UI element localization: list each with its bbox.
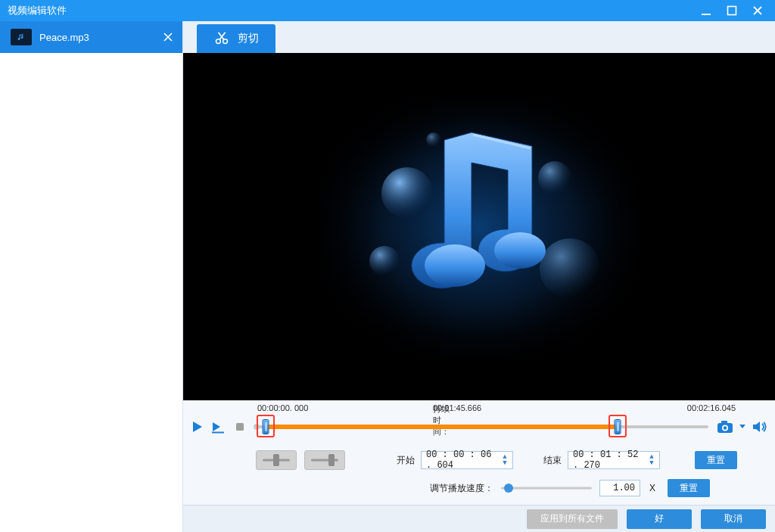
svg-rect-0 bbox=[702, 14, 711, 15]
file-close-button[interactable] bbox=[161, 30, 175, 44]
timeline-row bbox=[183, 414, 775, 440]
speed-slider-track bbox=[501, 487, 592, 490]
svg-point-9 bbox=[426, 132, 441, 148]
zoom-buttons bbox=[256, 450, 345, 470]
speed-slider-knob[interactable] bbox=[504, 484, 513, 493]
music-note-art-icon bbox=[183, 53, 775, 400]
svg-point-7 bbox=[538, 161, 571, 194]
svg-point-3 bbox=[223, 39, 228, 43]
speed-label: 调节播放速度： bbox=[430, 482, 493, 495]
time-labels: 00:00:00. 000 持续时间：00:01:45.666 00:02:16… bbox=[183, 400, 775, 414]
svg-rect-14 bbox=[717, 423, 733, 433]
zoom-in-button[interactable] bbox=[256, 450, 297, 470]
svg-point-6 bbox=[369, 246, 400, 276]
end-time-value: 00 : 01 : 52 . 270 bbox=[573, 450, 644, 471]
trim-start-handle[interactable] bbox=[263, 419, 269, 434]
volume-button[interactable] bbox=[751, 418, 769, 435]
start-label: 开始 bbox=[397, 454, 415, 467]
speed-row: 调节播放速度： 1.00 X 重置 bbox=[183, 473, 775, 500]
start-time-input[interactable]: 00 : 00 : 06 . 604 ▲ ▼ bbox=[421, 451, 513, 469]
svg-rect-4 bbox=[320, 95, 638, 359]
speed-value-input[interactable]: 1.00 bbox=[599, 480, 640, 496]
window-close-button[interactable] bbox=[745, 0, 770, 21]
speed-reset-button[interactable]: 重置 bbox=[668, 479, 710, 497]
svg-rect-12 bbox=[212, 432, 224, 434]
trim-fields: 开始 00 : 00 : 06 . 604 ▲ ▼ 结束 bbox=[397, 451, 737, 469]
sidebar: Peace.mp3 bbox=[0, 21, 183, 532]
trim-fields-row: 开始 00 : 00 : 06 . 604 ▲ ▼ 结束 bbox=[183, 440, 775, 473]
spin-down-icon[interactable]: ▼ bbox=[500, 460, 509, 466]
file-thumbnail-icon bbox=[11, 29, 32, 45]
spin-down-icon[interactable]: ▼ bbox=[647, 460, 656, 466]
speed-slider[interactable] bbox=[501, 481, 592, 495]
svg-rect-1 bbox=[728, 7, 736, 15]
start-time-spinner[interactable]: ▲ ▼ bbox=[500, 454, 509, 466]
preview-area[interactable] bbox=[183, 53, 775, 400]
file-tab[interactable]: Peace.mp3 bbox=[0, 21, 182, 53]
toolbar: 剪切 bbox=[183, 21, 775, 53]
svg-rect-13 bbox=[236, 423, 244, 431]
window-minimize-button[interactable] bbox=[693, 0, 719, 21]
apply-all-button[interactable]: 应用到所有文件 bbox=[527, 509, 618, 529]
preview-wrap: 00:00:00. 000 持续时间：00:01:45.666 00:02:16… bbox=[183, 53, 775, 505]
speed-unit: X bbox=[649, 483, 655, 493]
file-name: Peace.mp3 bbox=[39, 32, 161, 43]
svg-point-2 bbox=[216, 39, 220, 43]
zoom-out-button[interactable] bbox=[304, 450, 345, 470]
cut-tab[interactable]: 剪切 bbox=[197, 24, 275, 53]
chevron-down-icon[interactable] bbox=[739, 419, 746, 435]
end-time-input[interactable]: 00 : 01 : 52 . 270 ▲ ▼ bbox=[568, 451, 660, 469]
main-panel: 剪切 bbox=[183, 21, 775, 532]
stop-button[interactable] bbox=[232, 418, 248, 435]
end-label: 结束 bbox=[543, 454, 562, 467]
controls-panel: 00:00:00. 000 持续时间：00:01:45.666 00:02:16… bbox=[183, 400, 775, 505]
trim-reset-button[interactable]: 重置 bbox=[695, 451, 737, 469]
app-window: 视频编辑软件 Peace.mp3 bbox=[0, 0, 775, 532]
cut-tab-label: 剪切 bbox=[238, 32, 259, 45]
body: Peace.mp3 剪切 bbox=[0, 21, 775, 532]
titlebar: 视频编辑软件 bbox=[0, 0, 775, 21]
total-duration-label: 00:02:16.045 bbox=[687, 403, 736, 412]
app-title: 视频编辑软件 bbox=[8, 4, 693, 17]
end-time-spinner[interactable]: ▲ ▼ bbox=[647, 454, 656, 466]
svg-point-16 bbox=[722, 425, 728, 431]
svg-point-10 bbox=[425, 244, 485, 287]
cancel-button[interactable]: 取消 bbox=[701, 509, 766, 529]
svg-point-11 bbox=[494, 232, 546, 269]
playhead-time-label: 00:00:00. 000 bbox=[257, 403, 308, 412]
svg-rect-15 bbox=[721, 421, 727, 424]
timeline-selection-range bbox=[265, 425, 618, 429]
footer: 应用到所有文件 好 取消 bbox=[183, 505, 775, 532]
window-maximize-button[interactable] bbox=[719, 0, 745, 21]
scissors-icon bbox=[213, 30, 230, 48]
trim-end-handle[interactable] bbox=[615, 419, 621, 434]
svg-point-5 bbox=[381, 167, 433, 219]
timeline-track[interactable] bbox=[256, 418, 708, 436]
svg-point-17 bbox=[724, 426, 727, 430]
snapshot-button[interactable] bbox=[716, 418, 734, 435]
ok-button[interactable]: 好 bbox=[627, 509, 692, 529]
svg-point-8 bbox=[540, 238, 600, 299]
play-button[interactable] bbox=[189, 418, 206, 435]
start-time-value: 00 : 00 : 06 . 604 bbox=[426, 450, 497, 471]
play-selection-button[interactable] bbox=[210, 418, 227, 435]
